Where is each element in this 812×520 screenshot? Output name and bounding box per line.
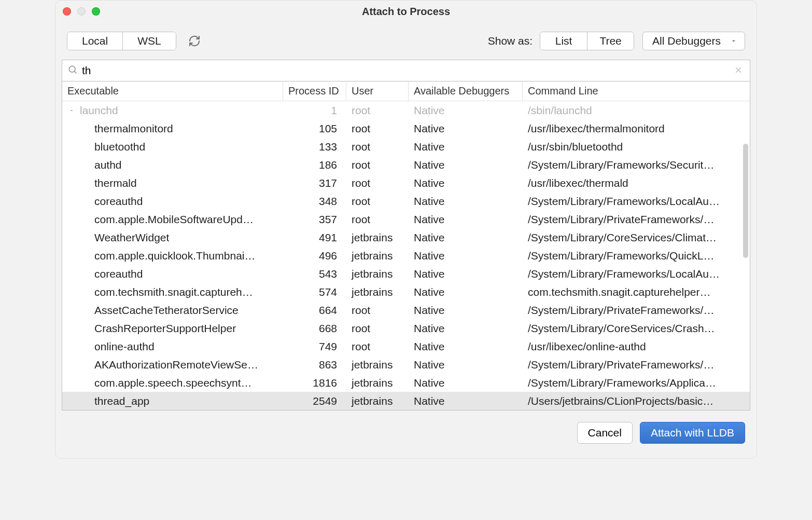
- process-pid: 574: [283, 284, 346, 300]
- debugger-filter-label: All Debuggers: [652, 35, 721, 47]
- window-controls: [63, 1, 100, 22]
- process-avail-debuggers: Native: [409, 120, 523, 137]
- process-command-line: /usr/libexec/thermalmonitord: [523, 120, 750, 137]
- scrollbar[interactable]: [743, 144, 748, 258]
- process-user: jetbrains: [346, 357, 409, 373]
- search-field[interactable]: [62, 60, 750, 81]
- process-user: root: [346, 320, 409, 337]
- dialog-footer: Cancel Attach with LLDB: [55, 410, 757, 455]
- process-avail-debuggers: Native: [409, 139, 523, 155]
- view-tree[interactable]: Tree: [587, 32, 634, 50]
- process-executable: thermald: [94, 177, 137, 189]
- table-row[interactable]: AssetCacheTetheratorService664rootNative…: [62, 301, 750, 319]
- process-executable: bluetoothd: [94, 141, 145, 153]
- svg-line-1: [75, 71, 77, 73]
- search-input[interactable]: [82, 63, 732, 78]
- process-executable: com.apple.quicklook.Thumbnai…: [94, 250, 256, 262]
- col-header-pid[interactable]: Process ID: [283, 81, 346, 101]
- disclosure-triangle-icon[interactable]: [67, 106, 76, 115]
- process-command-line: /System/Library/PrivateFrameworks/…: [523, 211, 750, 228]
- table-row[interactable]: authd186rootNative/System/Library/Framew…: [62, 156, 750, 174]
- process-executable: thermalmonitord: [94, 122, 173, 135]
- process-command-line: /usr/libexec/thermald: [523, 175, 750, 191]
- process-pid: 543: [283, 266, 346, 282]
- titlebar: Attach to Process: [55, 1, 757, 22]
- process-avail-debuggers: Native: [409, 175, 523, 191]
- process-pid: 105: [283, 120, 346, 137]
- attach-to-process-dialog: Attach to Process Local WSL Show as: Lis…: [55, 0, 757, 459]
- process-executable: com.apple.MobileSoftwareUpd…: [94, 213, 254, 226]
- process-pid: 668: [283, 320, 346, 337]
- process-avail-debuggers: Native: [409, 157, 523, 173]
- process-user: jetbrains: [346, 229, 409, 246]
- process-user: root: [346, 193, 409, 210]
- process-user: root: [346, 338, 409, 355]
- process-command-line: /System/Library/Frameworks/LocalAu…: [523, 266, 750, 282]
- process-executable: AssetCacheTetheratorService: [94, 304, 239, 317]
- tab-wsl[interactable]: WSL: [122, 32, 176, 50]
- process-user: root: [346, 302, 409, 319]
- process-executable: com.techsmith.snagit.captureh…: [94, 286, 253, 298]
- table-row[interactable]: bluetoothd133rootNative/usr/sbin/bluetoo…: [62, 138, 750, 156]
- process-pid: 317: [283, 175, 346, 191]
- table-row[interactable]: com.apple.quicklook.Thumbnai…496jetbrain…: [62, 247, 750, 265]
- table-row[interactable]: WeatherWidget491jetbrainsNative/System/L…: [62, 228, 750, 247]
- close-window-button[interactable]: [63, 7, 71, 16]
- cancel-button[interactable]: Cancel: [577, 422, 633, 444]
- process-user: root: [346, 120, 409, 137]
- process-avail-debuggers: Native: [409, 266, 523, 282]
- source-segmented-control: Local WSL: [67, 32, 176, 50]
- process-pid: 496: [283, 248, 346, 264]
- svg-point-0: [69, 66, 75, 72]
- process-command-line: /System/Library/PrivateFrameworks/…: [523, 357, 750, 373]
- table-row[interactable]: launchd1rootNative/sbin/launchd: [62, 101, 750, 119]
- table-row[interactable]: coreauthd348rootNative/System/Library/Fr…: [62, 192, 750, 210]
- tab-local[interactable]: Local: [67, 32, 122, 50]
- zoom-window-button[interactable]: [92, 7, 100, 16]
- clear-search-button[interactable]: [732, 64, 745, 78]
- view-list[interactable]: List: [540, 32, 587, 50]
- table-row[interactable]: online-authd749rootNative/usr/libexec/on…: [62, 337, 750, 355]
- table-row[interactable]: thermalmonitord105rootNative/usr/libexec…: [62, 119, 750, 138]
- process-pid: 1816: [283, 375, 346, 391]
- table-row[interactable]: thread_app2549jetbrainsNative/Users/jetb…: [62, 392, 750, 410]
- process-avail-debuggers: Native: [409, 284, 523, 300]
- col-header-avail[interactable]: Available Debuggers: [409, 81, 523, 101]
- table-row[interactable]: com.apple.MobileSoftwareUpd…357rootNativ…: [62, 210, 750, 228]
- minimize-window-button[interactable]: [77, 7, 86, 16]
- search-icon: [67, 64, 78, 77]
- process-command-line: /sbin/launchd: [523, 102, 750, 119]
- process-avail-debuggers: Native: [409, 338, 523, 355]
- process-executable: authd: [94, 159, 122, 171]
- attach-button[interactable]: Attach with LLDB: [640, 422, 745, 444]
- table-body: launchd1rootNative/sbin/launchdthermalmo…: [62, 101, 750, 410]
- process-user: jetbrains: [346, 284, 409, 300]
- process-command-line: /usr/libexec/online-authd: [523, 338, 750, 355]
- process-avail-debuggers: Native: [409, 193, 523, 210]
- process-command-line: /usr/sbin/bluetoothd: [523, 139, 750, 155]
- process-executable: AKAuthorizationRemoteViewSe…: [94, 359, 258, 371]
- window-title: Attach to Process: [362, 6, 450, 18]
- refresh-button[interactable]: [186, 32, 203, 50]
- col-header-user[interactable]: User: [346, 81, 409, 101]
- process-executable: launchd: [80, 104, 118, 117]
- debugger-filter-combo[interactable]: All Debuggers: [642, 32, 745, 50]
- table-row[interactable]: thermald317rootNative/usr/libexec/therma…: [62, 174, 750, 192]
- process-avail-debuggers: Native: [409, 357, 523, 373]
- chevron-down-icon: [730, 35, 737, 47]
- process-user: jetbrains: [346, 393, 409, 409]
- table-row[interactable]: coreauthd543jetbrainsNative/System/Libra…: [62, 265, 750, 283]
- table-row[interactable]: AKAuthorizationRemoteViewSe…863jetbrains…: [62, 355, 750, 374]
- process-avail-debuggers: Native: [409, 320, 523, 337]
- close-icon: [734, 66, 743, 74]
- col-header-executable[interactable]: Executable: [62, 81, 283, 101]
- table-row[interactable]: com.techsmith.snagit.captureh…574jetbrai…: [62, 283, 750, 301]
- process-command-line: /System/Library/CoreServices/Climat…: [523, 229, 750, 246]
- process-table: Executable Process ID User Available Deb…: [62, 81, 750, 410]
- process-avail-debuggers: Native: [409, 248, 523, 264]
- view-segmented-control: List Tree: [540, 32, 634, 50]
- col-header-cmd[interactable]: Command Line: [523, 81, 750, 101]
- process-pid: 348: [283, 193, 346, 210]
- table-row[interactable]: com.apple.speech.speechsynt…1816jetbrain…: [62, 374, 750, 392]
- table-row[interactable]: CrashReporterSupportHelper668rootNative/…: [62, 319, 750, 337]
